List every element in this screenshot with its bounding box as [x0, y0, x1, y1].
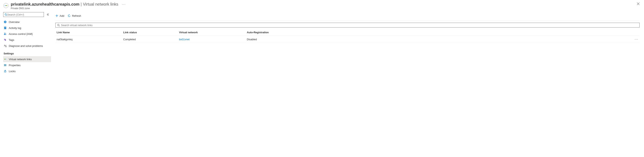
- tags-icon: [4, 38, 7, 42]
- nav-activity-log[interactable]: Activity log: [3, 25, 51, 31]
- page-header: privatelink.azurehealthcareapis.com | Vi…: [0, 0, 644, 11]
- refresh-icon: [68, 14, 70, 17]
- svg-rect-16: [4, 64, 4, 66]
- cell-auto-reg: Disabled: [247, 38, 632, 41]
- table-header: Link Name Link status Virtual network Au…: [56, 29, 640, 36]
- svg-rect-18: [6, 64, 6, 66]
- svg-rect-7: [4, 27, 6, 27]
- nav-group-settings: Settings: [4, 52, 51, 55]
- nav-virtual-network-links[interactable]: Virtual network links: [3, 56, 51, 62]
- svg-rect-17: [5, 64, 6, 66]
- refresh-label: Refresh: [72, 14, 81, 17]
- sidebar-search-input[interactable]: [7, 13, 42, 16]
- collapse-sidebar-button[interactable]: [47, 13, 49, 16]
- table-row[interactable]: naf3taikjymkq Completed bx01vnet Disable…: [56, 36, 640, 43]
- title-separator: |: [81, 2, 82, 6]
- toolbar: Add Refresh: [56, 12, 640, 19]
- toolbar-divider: [56, 20, 640, 21]
- access-control-icon: [4, 32, 7, 36]
- lock-icon: [4, 70, 7, 73]
- vnet-links-icon: [4, 58, 7, 61]
- search-icon: [57, 24, 60, 26]
- nav-locks[interactable]: Locks: [3, 68, 51, 74]
- nav-tags[interactable]: Tags: [3, 37, 51, 43]
- nav-overview[interactable]: Overview: [3, 19, 51, 25]
- header-titles: privatelink.azurehealthcareapis.com | Vi…: [11, 2, 126, 10]
- resource-type-label: Private DNS zone: [11, 7, 126, 10]
- column-vnet[interactable]: Virtual network: [179, 31, 247, 34]
- resource-type-icon: [3, 3, 9, 8]
- cell-link-status: Completed: [123, 38, 179, 41]
- search-icon: [4, 13, 7, 16]
- nav-diagnose[interactable]: Diagnose and solve problems: [3, 43, 51, 49]
- column-link-status[interactable]: Link status: [123, 31, 179, 34]
- nav-access-control[interactable]: Access control (IAM): [3, 31, 51, 37]
- svg-point-11: [6, 33, 6, 34]
- nav-label: Diagnose and solve problems: [9, 44, 43, 48]
- plus-icon: [56, 14, 58, 17]
- nav-label: Virtual network links: [9, 58, 32, 61]
- svg-rect-19: [4, 71, 6, 72]
- overview-icon: [4, 20, 7, 24]
- main-search-input[interactable]: [61, 24, 638, 27]
- svg-rect-9: [4, 28, 6, 28]
- cell-link-name: naf3taikjymkq: [56, 38, 123, 41]
- cell-vnet-link[interactable]: bx01vnet: [179, 38, 190, 41]
- svg-point-10: [4, 33, 6, 34]
- column-link-name[interactable]: Link Name: [56, 31, 123, 34]
- main-search[interactable]: [56, 23, 640, 28]
- add-label: Add: [60, 14, 64, 17]
- nav-properties[interactable]: Properties: [3, 62, 51, 68]
- diagnose-icon: [4, 44, 7, 48]
- close-button[interactable]: [637, 2, 640, 5]
- nav-label: Activity log: [9, 26, 21, 30]
- sidebar: Overview Activity log Access control (IA…: [0, 11, 51, 157]
- main-content: Add Refresh Link Name Link status Virtua…: [51, 11, 644, 157]
- nav-label: Properties: [9, 64, 20, 67]
- nav-label: Access control (IAM): [9, 32, 33, 36]
- add-button[interactable]: Add: [56, 14, 64, 17]
- column-auto-reg[interactable]: Auto-Registration: [247, 31, 632, 34]
- svg-rect-8: [4, 28, 6, 28]
- activity-log-icon: [4, 26, 7, 30]
- svg-point-20: [58, 24, 59, 26]
- properties-icon: [4, 64, 7, 67]
- svg-point-12: [4, 39, 5, 40]
- header-more-button[interactable]: ···: [122, 3, 126, 6]
- refresh-button[interactable]: Refresh: [68, 14, 81, 17]
- nav-label: Tags: [9, 38, 14, 42]
- sidebar-search[interactable]: [3, 12, 44, 17]
- blade-title: Virtual network links: [83, 2, 118, 6]
- nav-label: Overview: [9, 20, 20, 24]
- row-more-button[interactable]: ···: [635, 38, 638, 41]
- svg-point-3: [5, 14, 6, 15]
- resource-name: privatelink.azurehealthcareapis.com: [11, 2, 80, 6]
- nav-label: Locks: [9, 70, 16, 73]
- svg-point-5: [5, 22, 6, 22]
